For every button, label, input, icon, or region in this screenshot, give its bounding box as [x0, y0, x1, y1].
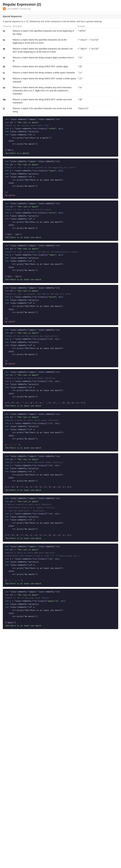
code-block-2: >>> "color:#89b4fa;">import "color:#89b4…	[3, 158, 118, 199]
desc-cell: Returns a match if the specified charact…	[13, 28, 77, 37]
code-block-3: >>> "color:#89b4fa;">import "color:#89b4…	[3, 200, 118, 241]
char-cell: \w	[3, 85, 13, 97]
table-row: \w Returns a match where the string cont…	[3, 85, 118, 97]
char-cell: \s	[3, 70, 13, 76]
code-block-5: >>> "color:#89b4fa;">import "color:#89b4…	[3, 285, 118, 325]
char-cell: \W	[3, 97, 13, 106]
desc-cell: Returns a match where the specified char…	[13, 46, 77, 55]
avatar: W	[3, 7, 6, 10]
ex-cell: "\d"	[77, 55, 118, 64]
code-block-12: >>> "color:#89b4fa;">import "color:#89b4…	[3, 589, 118, 629]
desc-cell: Returns a match where the string DOES NO…	[13, 76, 77, 85]
code-block-4: >>> "color:#89b4fa;">import "color:#89b4…	[3, 243, 118, 283]
char-cell: \A	[3, 28, 13, 37]
char-cell: \D	[3, 64, 13, 70]
intro-text: A special sequence is a \\ followed by o…	[3, 20, 118, 23]
header: Regular Expression (2) W Last updated 2 …	[0, 0, 121, 12]
char-cell: \b	[3, 37, 13, 46]
table-row: \S Returns a match where the string DOES…	[3, 76, 118, 85]
code-block-8: >>> "color:#89b4fa;">import "color:#89b4…	[3, 411, 118, 452]
table-row: \A Returns a match if the specified char…	[3, 28, 118, 37]
table-row: \B Returns a match where the specified c…	[3, 46, 118, 55]
char-cell: \B	[3, 46, 13, 55]
ex-cell: "\AThe"	[77, 28, 118, 37]
desc-cell: Returns a match where the specified char…	[13, 37, 77, 46]
last-updated: Last updated 2 minutes ago	[7, 8, 31, 10]
code-block-6: >>> "color:#89b4fa;">import "color:#89b4…	[3, 327, 118, 367]
desc-cell: Returns a match where the string DOES NO…	[13, 97, 77, 106]
table-row: \Z Returns a match if the specified char…	[3, 106, 118, 115]
desc-cell: Returns a match where the string DOES NO…	[13, 64, 77, 70]
desc-cell: Returns a match if the specified charact…	[13, 106, 77, 115]
ex-cell: "\W"	[77, 97, 118, 106]
code-block-9: >>> "color:#89b4fa;">import "color:#89b4…	[3, 453, 118, 494]
table-row: \b Returns a match where the specified c…	[3, 37, 118, 46]
ex-cell: "\s"	[77, 70, 118, 76]
desc-cell: Returns a match where the string contain…	[13, 85, 77, 97]
sequences-table: Character Description Example \A Returns…	[3, 25, 118, 115]
col-character: Character	[3, 25, 13, 28]
table-row: \d Returns a match where the string cont…	[3, 55, 118, 64]
ex-cell: r"\Bain" r"ain\B"	[77, 46, 118, 55]
code-block-7: >>> "color:#89b4fa;">import "color:#89b4…	[3, 369, 118, 409]
char-cell: \S	[3, 76, 13, 85]
char-cell: \d	[3, 55, 13, 64]
ex-cell: "Spain\Z"	[77, 106, 118, 115]
section-label: Special Sequences	[0, 14, 121, 19]
table-row: \D Returns a match where the string DOES…	[3, 64, 118, 70]
table-row: \W Returns a match where the string DOES…	[3, 97, 118, 106]
ex-cell: "\w"	[77, 85, 118, 97]
col-example: Example	[77, 25, 118, 28]
col-description: Description	[13, 25, 77, 28]
code-block-1: >>> "color:#89b4fa;">import "color:#89b4…	[3, 116, 118, 157]
code-block-11: >>> "color:#89b4fa;">import "color:#89b4…	[3, 544, 118, 587]
ex-cell: "\D"	[77, 64, 118, 70]
table-row: \s Returns a match where the string cont…	[3, 70, 118, 76]
header-meta: W Last updated 2 minutes ago	[3, 7, 118, 10]
char-cell: \Z	[3, 106, 13, 115]
ex-cell: "\S"	[77, 76, 118, 85]
code-block-10: >>> "color:#89b4fa;">import "color:#89b4…	[3, 495, 118, 542]
page-title: Regular Expression (2)	[3, 2, 118, 6]
special-sequences-section: A special sequence is a \\ followed by o…	[0, 20, 121, 115]
ex-cell: r"\bain" r"ain\b"	[77, 37, 118, 46]
desc-cell: Returns a match where the string contain…	[13, 55, 77, 64]
desc-cell: Returns a match where the string contain…	[13, 70, 77, 76]
